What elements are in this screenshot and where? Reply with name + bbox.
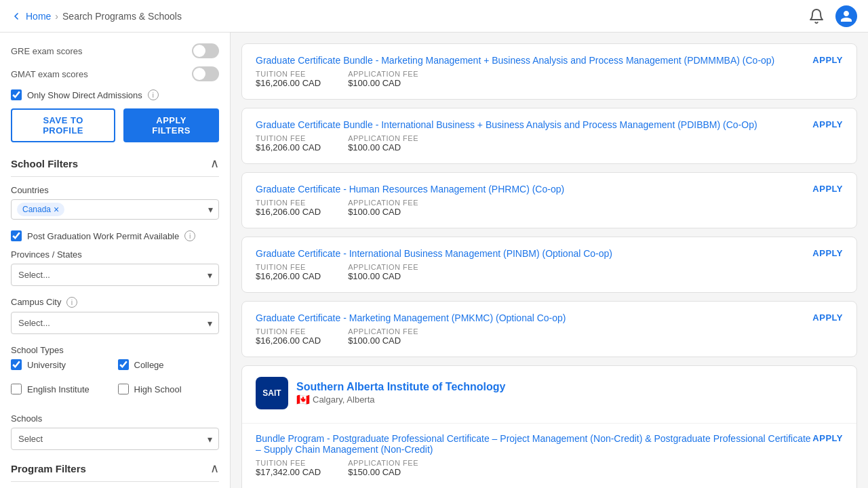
direct-admissions-info-icon[interactable]: i <box>148 89 159 100</box>
high-school-checkbox[interactable] <box>118 384 129 394</box>
tuition-label: TUITION FEE <box>256 199 321 207</box>
program-filters-section-header: Program Filters ∧ <box>11 461 219 482</box>
program-filters-collapse-icon[interactable]: ∧ <box>210 461 219 476</box>
tuition-value: $16,206.00 CAD <box>256 78 321 88</box>
tuition-label: TUITION FEE <box>256 459 321 467</box>
gre-toggle-row: GRE exam scores <box>11 43 219 58</box>
college-label[interactable]: College <box>134 360 164 370</box>
tuition-block: TUITION FEE $16,206.00 CAD <box>256 327 321 346</box>
standalone-programs: Graduate Certificate Bundle - Marketing … <box>241 43 857 357</box>
home-link[interactable]: Home <box>26 11 51 22</box>
gre-toggle[interactable] <box>192 43 219 58</box>
fee-row: TUITION FEE $16,206.00 CAD APPLICATION F… <box>256 327 566 346</box>
program-name-link[interactable]: Graduate Certificate Bundle - Marketing … <box>256 55 774 66</box>
apply-filters-button[interactable]: APPLY FILTERS <box>123 108 219 142</box>
program-name-link[interactable]: Graduate Certificate - International Bus… <box>256 248 612 259</box>
campus-city-select[interactable]: Select... <box>11 312 219 334</box>
apply-button[interactable]: APPLY <box>812 119 843 129</box>
program-card-pdmmmba: Graduate Certificate Bundle - Marketing … <box>241 43 857 100</box>
program-info: Graduate Certificate - Human Resources M… <box>256 184 564 217</box>
high-school-label[interactable]: High School <box>134 384 182 394</box>
school-programs: Bundle Program - Postgraduate Profession… <box>242 423 856 488</box>
tuition-label: TUITION FEE <box>256 327 321 336</box>
schools-label: Schools <box>11 413 219 424</box>
program-card-pinbm: Graduate Certificate - International Bus… <box>241 237 857 293</box>
apply-button[interactable]: APPLY <box>812 55 843 65</box>
campus-city-select-wrapper: Select... <box>11 312 219 334</box>
provinces-select[interactable]: Select... <box>11 264 219 286</box>
gmat-toggle[interactable] <box>192 66 219 81</box>
program-card-row: Graduate Certificate - Marketing Managem… <box>256 312 843 346</box>
countries-chevron-icon[interactable]: ▾ <box>208 204 213 215</box>
school-filters-collapse-icon[interactable]: ∧ <box>210 156 219 171</box>
app-fee-value: $100.00 CAD <box>348 142 418 152</box>
program-name-link[interactable]: Graduate Certificate - Marketing Managem… <box>256 312 566 323</box>
post-grad-label[interactable]: Post Graduation Work Permit Available <box>27 231 179 241</box>
schools-select-wrapper: Select <box>11 428 219 450</box>
tuition-label: TUITION FEE <box>256 134 321 142</box>
notifications-icon[interactable] <box>808 8 825 24</box>
apply-button[interactable]: APPLY <box>812 312 843 323</box>
post-grad-row: Post Graduation Work Permit Available i <box>11 230 219 241</box>
schools-select[interactable]: Select <box>11 428 219 450</box>
school-type-university: University <box>11 359 113 370</box>
tuition-value: $16,206.00 CAD <box>256 271 321 281</box>
program-info: Graduate Certificate - Marketing Managem… <box>256 312 566 346</box>
user-avatar[interactable] <box>835 5 857 27</box>
countries-input[interactable] <box>67 205 205 215</box>
program-name-link[interactable]: Graduate Certificate - Human Resources M… <box>256 184 564 195</box>
program-row-sait-bundle-pm-scm: Bundle Program - Postgraduate Profession… <box>256 424 843 487</box>
current-page-label: Search Programs & Schools <box>62 11 182 22</box>
program-card-row: Graduate Certificate Bundle - Internatio… <box>256 119 843 152</box>
app-fee-label: APPLICATION FEE <box>348 459 418 467</box>
app-fee-block: APPLICATION FEE $100.00 CAD <box>348 327 418 346</box>
college-checkbox[interactable] <box>118 359 129 370</box>
school-name[interactable]: Southern Alberta Institute of Technology <box>296 381 505 393</box>
tuition-value: $17,342.00 CAD <box>256 467 321 477</box>
save-to-profile-button[interactable]: SAVE TO PROFILE <box>11 108 115 142</box>
canada-tag: Canada × <box>17 203 64 216</box>
english-institute-label[interactable]: English Institute <box>27 384 90 394</box>
program-name-link[interactable]: Graduate Certificate Bundle - Internatio… <box>256 119 757 130</box>
tuition-label: TUITION FEE <box>256 263 321 271</box>
tuition-block: TUITION FEE $16,206.00 CAD <box>256 70 321 88</box>
app-fee-value: $100.00 CAD <box>348 336 418 346</box>
apply-button[interactable]: APPLY <box>812 433 843 443</box>
english-institute-checkbox[interactable] <box>11 384 22 394</box>
program-name-link[interactable]: Bundle Program - Postgraduate Profession… <box>256 433 811 455</box>
topnav-left: Home › Search Programs & Schools <box>11 11 808 22</box>
location-text: Calgary, Alberta <box>313 394 375 405</box>
school-type-english-institute: English Institute <box>11 384 113 394</box>
university-checkbox[interactable] <box>11 359 22 370</box>
school-card-sait: SAIT Southern Alberta Institute of Techn… <box>241 365 857 488</box>
university-label[interactable]: University <box>27 360 66 370</box>
tuition-block: TUITION FEE $17,342.00 CAD <box>256 459 321 477</box>
program-card-row: Graduate Certificate Bundle - Marketing … <box>256 55 843 88</box>
countries-tag-input[interactable]: Canada × ▾ <box>11 199 219 220</box>
school-cards: SAIT Southern Alberta Institute of Techn… <box>241 365 857 488</box>
app-fee-value: $100.00 CAD <box>348 271 418 281</box>
school-header-section: SAIT Southern Alberta Institute of Techn… <box>242 366 856 423</box>
topnav: Home › Search Programs & Schools <box>0 0 868 33</box>
direct-admissions-row: Only Show Direct Admissions i <box>11 89 219 100</box>
back-button[interactable] <box>11 11 22 22</box>
post-grad-checkbox[interactable] <box>11 230 22 241</box>
tuition-value: $16,206.00 CAD <box>256 336 321 346</box>
breadcrumb-sep: › <box>55 11 58 22</box>
provinces-label: Provinces / States <box>11 249 219 260</box>
direct-admissions-checkbox[interactable] <box>11 89 22 100</box>
fee-row: TUITION FEE $16,206.00 CAD APPLICATION F… <box>256 263 612 281</box>
post-grad-info-icon[interactable]: i <box>184 230 195 241</box>
apply-button[interactable]: APPLY <box>812 184 843 194</box>
tuition-block: TUITION FEE $16,206.00 CAD <box>256 199 321 217</box>
canada-tag-remove[interactable]: × <box>54 204 59 215</box>
gmat-toggle-row: GMAT exam scores <box>11 66 219 81</box>
apply-button[interactable]: APPLY <box>812 248 843 258</box>
main-layout: GRE exam scores GMAT exam scores Only Sh… <box>0 33 868 488</box>
app-fee-label: APPLICATION FEE <box>348 70 418 78</box>
campus-city-info-icon[interactable]: i <box>66 297 77 308</box>
program-card-row: Graduate Certificate - Human Resources M… <box>256 184 843 217</box>
direct-admissions-label[interactable]: Only Show Direct Admissions <box>27 90 142 100</box>
fee-row: TUITION FEE $16,206.00 CAD APPLICATION F… <box>256 134 757 152</box>
app-fee-block: APPLICATION FEE $150.00 CAD <box>348 459 418 477</box>
